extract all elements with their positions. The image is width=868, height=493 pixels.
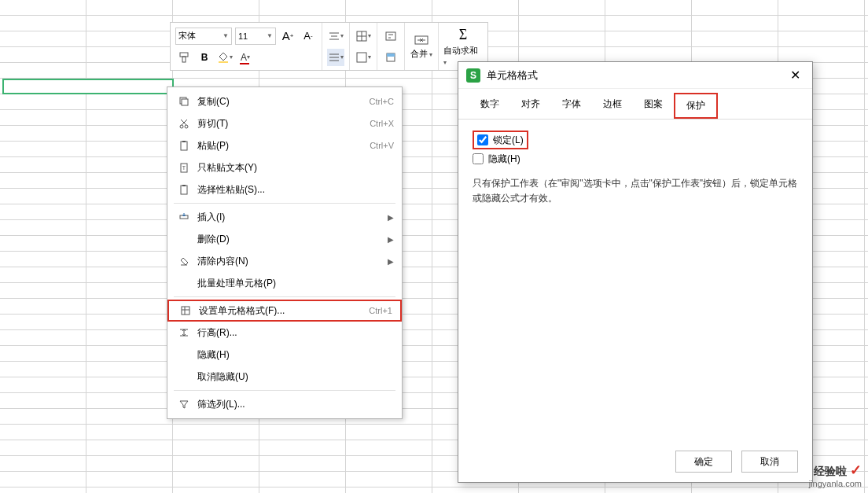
selected-cell[interactable] [2,79,174,94]
menu-item-1[interactable]: 剪切(T)Ctrl+X [167,112,402,134]
font-size-select[interactable]: 11▼ [235,28,276,45]
bold-icon[interactable]: B [196,49,213,66]
context-menu: 复制(C)Ctrl+C剪切(T)Ctrl+X粘贴(P)Ctrl+VT只粘贴文本(… [167,86,403,419]
menu-item-11[interactable]: 设置单元格格式(F)...Ctrl+1 [167,300,402,322]
autosum-button[interactable]: Σ 自动求和 ▾ [443,27,483,66]
watermark: 经验啦 ✓ jingyanla.com [809,463,862,488]
chevron-right-icon: ▶ [388,235,394,244]
svg-rect-2 [219,61,228,63]
menu-divider [174,296,395,297]
svg-line-22 [181,120,186,125]
decrease-font-icon[interactable]: A- [300,28,317,45]
svg-rect-28 [182,185,186,186]
menu-shortcut: Ctrl+1 [369,306,392,315]
border2-icon[interactable]: ▾ [355,49,372,66]
menu-shortcut: Ctrl+X [370,119,394,128]
font-select[interactable]: 宋体▼ [175,28,232,45]
format-icon [177,305,194,316]
menu-item-13[interactable]: 隐藏(H) [167,344,402,366]
menu-label: 复制(C) [193,95,370,109]
tab-0[interactable]: 数字 [469,93,510,119]
tab-2[interactable]: 字体 [551,93,592,119]
tab-content-protection: 锁定(L) 隐藏(H) 只有保护工作表（在"审阅"选项卡中，点击"保护工作表"按… [458,120,812,441]
menu-label: 行高(R)... [193,326,394,340]
lock-checkbox[interactable] [477,134,488,145]
cut-icon [175,118,193,129]
lock-checkbox-row[interactable]: 锁定(L) [473,131,528,149]
tab-1[interactable]: 对齐 [510,93,551,119]
menu-item-14[interactable]: 取消隐藏(U) [167,366,402,388]
menu-label: 清除内容(N) [193,255,388,268]
format-painter-icon[interactable] [175,49,193,66]
menu-label: 隐藏(H) [193,348,394,362]
tab-3[interactable]: 边框 [592,93,633,119]
menu-item-9[interactable]: 批量处理单元格(P) [167,272,402,294]
protection-info: 只有保护工作表（在"审阅"选项卡中，点击"保护工作表"按钮）后，锁定单元格或隐藏… [473,176,798,206]
menu-item-16[interactable]: 筛选列(L)... [167,393,402,415]
lock-label: 锁定(L) [493,134,524,147]
tab-5[interactable]: 保护 [674,93,718,119]
menu-item-8[interactable]: 清除内容(N)▶ [167,250,402,272]
svg-rect-24 [182,141,186,142]
svg-rect-23 [181,142,187,150]
menu-item-7[interactable]: 删除(D)▶ [167,228,402,250]
menu-label: 粘贴(P) [193,139,370,153]
chevron-right-icon: ▶ [388,213,394,222]
ok-button[interactable]: 确定 [675,451,732,473]
menu-label: 取消隐藏(U) [193,370,394,384]
menu-label: 只粘贴文本(Y) [193,161,394,175]
svg-rect-1 [182,57,186,62]
menu-label: 选择性粘贴(S)... [193,183,394,197]
menu-label: 插入(I) [193,211,388,224]
menu-shortcut: Ctrl+C [370,97,394,106]
cell-format-dialog: S 单元格格式 ✕ 数字对齐字体边框图案保护 锁定(L) 隐藏(H) 只有保护工… [458,61,813,483]
align-icon[interactable]: ▾ [327,28,344,45]
chevron-right-icon: ▶ [388,257,394,266]
align-middle-icon[interactable]: ▾ [327,49,344,66]
svg-rect-12 [357,53,366,62]
filter-icon [175,399,193,410]
formatting-toolbar: 宋体▼ 11▼ A+ A- B ▾ A▾ ▾ ▾ ▾ ▾ [170,22,488,71]
menu-divider [174,203,395,204]
menu-label: 设置单元格格式(F)... [194,304,369,318]
svg-rect-18 [182,99,188,105]
svg-rect-0 [180,53,188,57]
hide-checkbox[interactable] [473,153,484,164]
paste-icon [175,140,193,151]
menu-item-3[interactable]: T只粘贴文本(Y) [167,156,402,178]
svg-point-20 [185,125,188,128]
hide-checkbox-row[interactable]: 隐藏(H) [473,149,798,168]
svg-rect-27 [181,186,187,194]
fill-color-icon[interactable]: ▾ [216,49,234,66]
menu-label: 批量处理单元格(P) [193,277,394,290]
close-icon[interactable]: ✕ [785,66,804,85]
cell-style-icon[interactable] [382,49,399,66]
menu-item-12[interactable]: 行高(R)... [167,322,402,344]
copy-icon [175,96,193,107]
font-color-icon[interactable]: A▾ [237,49,254,66]
menu-label: 剪切(T) [193,117,370,131]
menu-label: 删除(D) [193,233,388,246]
paste-special-icon [175,184,193,195]
clear-icon [175,256,193,267]
dialog-tabs: 数字对齐字体边框图案保护 [458,89,812,120]
cancel-button[interactable]: 取消 [741,451,798,473]
svg-rect-32 [182,307,189,315]
menu-shortcut: Ctrl+V [370,141,394,150]
wrap-icon[interactable] [382,28,399,45]
svg-rect-13 [386,32,395,40]
insert-icon [175,212,193,223]
tab-4[interactable]: 图案 [633,93,674,119]
menu-divider [174,390,395,391]
dialog-buttons: 确定 取消 [458,441,812,482]
hide-label: 隐藏(H) [488,153,520,166]
menu-label: 筛选列(L)... [193,398,394,411]
dialog-titlebar: S 单元格格式 ✕ [458,62,812,89]
increase-font-icon[interactable]: A+ [279,28,296,45]
border-icon[interactable]: ▾ [355,28,372,45]
menu-item-0[interactable]: 复制(C)Ctrl+C [167,90,402,112]
menu-item-2[interactable]: 粘贴(P)Ctrl+V [167,134,402,156]
menu-item-4[interactable]: 选择性粘贴(S)... [167,178,402,201]
merge-button[interactable]: 合并 ▾ [410,27,433,66]
menu-item-6[interactable]: 插入(I)▶ [167,206,402,228]
